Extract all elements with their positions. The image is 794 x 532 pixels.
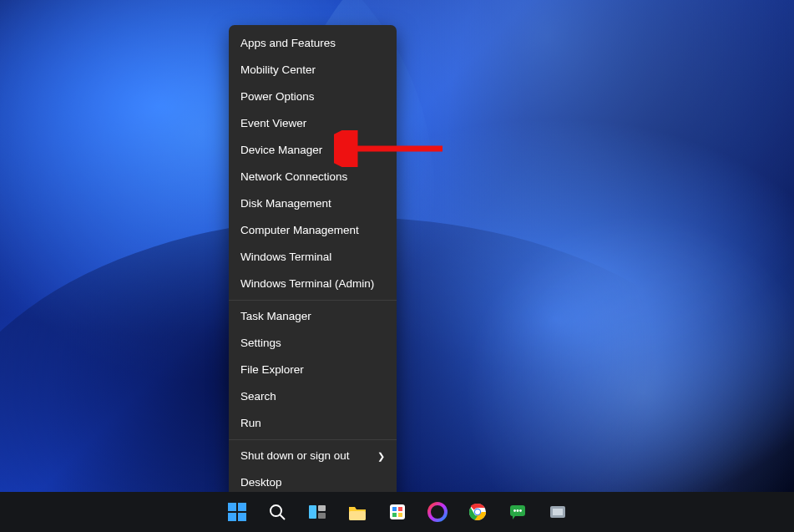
taskbar: [0, 492, 794, 532]
menu-item-label: Windows Terminal (Admin): [240, 271, 374, 297]
svg-line-6: [280, 515, 285, 520]
svg-rect-7: [309, 505, 316, 519]
svg-rect-14: [392, 513, 397, 517]
taskbar-opera-button[interactable]: [421, 495, 454, 529]
opera-icon: [427, 502, 448, 522]
chrome-icon: [468, 502, 488, 522]
svg-point-23: [519, 509, 522, 512]
menu-item-task-manager[interactable]: Task Manager: [229, 303, 397, 330]
menu-item-label: Device Manager: [240, 137, 322, 164]
svg-point-21: [513, 509, 516, 512]
menu-item-label: Power Options: [240, 84, 315, 110]
svg-point-5: [271, 505, 281, 516]
menu-item-windows-terminal[interactable]: Windows Terminal: [229, 244, 397, 271]
menu-item-label: Task Manager: [240, 303, 311, 330]
menu-item-label: Computer Management: [240, 217, 359, 244]
file-explorer-icon: [347, 502, 367, 522]
menu-item-computer-management[interactable]: Computer Management: [229, 217, 397, 244]
menu-item-network-connections[interactable]: Network Connections: [229, 164, 397, 190]
menu-item-shut-down[interactable]: Shut down or sign out❯: [229, 443, 397, 469]
menu-item-label: Windows Terminal: [240, 244, 331, 271]
desktop-wallpaper[interactable]: [0, 0, 794, 532]
svg-rect-3: [228, 513, 236, 521]
menu-item-label: File Explorer: [240, 357, 304, 383]
taskbar-search-button[interactable]: [260, 495, 294, 529]
menu-separator: [229, 300, 397, 301]
windows-start-icon: [227, 502, 247, 522]
taskbar-mail-button[interactable]: [381, 495, 414, 529]
svg-rect-9: [318, 513, 326, 519]
taskbar-chat-button[interactable]: [501, 495, 534, 529]
winx-context-menu: Apps and FeaturesMobility CenterPower Op…: [229, 25, 397, 501]
menu-item-label: Network Connections: [240, 164, 347, 190]
svg-rect-10: [349, 511, 366, 520]
svg-rect-13: [398, 507, 402, 511]
menu-separator: [229, 439, 397, 440]
svg-rect-4: [238, 513, 246, 521]
chevron-right-icon: ❯: [377, 443, 385, 469]
menu-item-label: Disk Management: [240, 190, 331, 217]
svg-rect-12: [392, 507, 397, 511]
menu-item-settings[interactable]: Settings: [229, 330, 397, 357]
menu-item-windows-terminal-admin[interactable]: Windows Terminal (Admin): [229, 271, 397, 297]
svg-rect-11: [390, 504, 405, 519]
taskbar-start-button[interactable]: [220, 495, 254, 529]
search-icon: [267, 502, 287, 522]
taskbar-task-view-button[interactable]: [301, 495, 334, 529]
svg-point-22: [516, 509, 518, 512]
menu-item-disk-management[interactable]: Disk Management: [229, 190, 397, 217]
taskbar-chrome-button[interactable]: [461, 495, 494, 529]
menu-item-apps-features[interactable]: Apps and Features: [229, 30, 397, 57]
svg-point-16: [429, 504, 446, 520]
svg-rect-8: [318, 505, 326, 511]
chat-icon: [508, 502, 528, 522]
menu-item-file-explorer[interactable]: File Explorer: [229, 357, 397, 383]
menu-item-mobility-center[interactable]: Mobility Center: [229, 57, 397, 84]
mail-icon: [387, 502, 407, 522]
menu-item-label: Settings: [240, 330, 281, 357]
menu-item-label: Event Viewer: [240, 110, 306, 137]
menu-item-search[interactable]: Search: [229, 383, 397, 410]
taskbar-app-button[interactable]: [541, 495, 574, 529]
svg-point-19: [475, 509, 480, 514]
menu-item-label: Shut down or sign out: [240, 443, 350, 469]
task-view-icon: [307, 502, 327, 522]
menu-item-label: Apps and Features: [240, 30, 336, 57]
menu-item-label: Run: [240, 410, 261, 437]
svg-rect-1: [228, 503, 236, 511]
menu-item-run[interactable]: Run: [229, 410, 397, 437]
menu-item-label: Mobility Center: [240, 57, 316, 84]
menu-item-label: Search: [240, 383, 276, 410]
svg-rect-15: [398, 513, 402, 517]
menu-item-event-viewer[interactable]: Event Viewer: [229, 110, 397, 137]
taskbar-file-explorer-button[interactable]: [341, 495, 374, 529]
svg-rect-2: [238, 503, 246, 511]
menu-item-device-manager[interactable]: Device Manager: [229, 137, 397, 164]
generic-app-icon: [548, 502, 568, 522]
svg-rect-25: [553, 509, 563, 515]
menu-item-power-options[interactable]: Power Options: [229, 84, 397, 110]
